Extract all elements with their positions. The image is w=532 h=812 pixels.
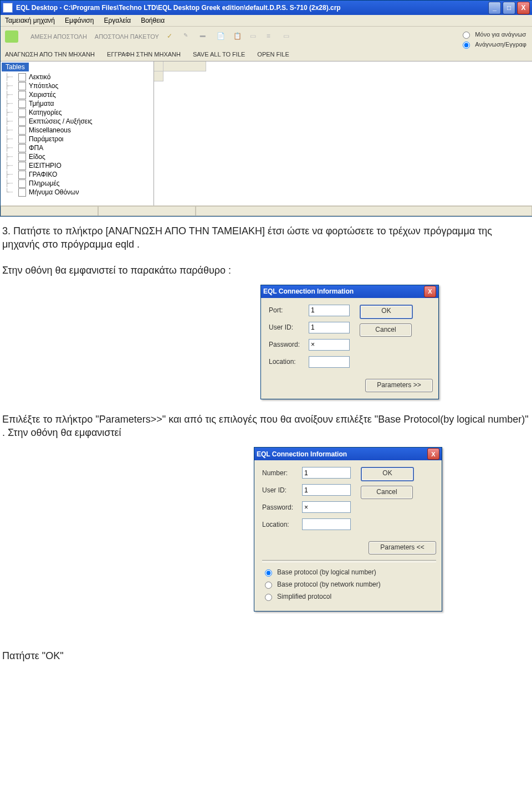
user-id-input[interactable] [302, 484, 351, 496]
doc-icon [18, 144, 26, 152]
maximize-button[interactable]: □ [503, 2, 515, 14]
radio-simplified[interactable] [265, 594, 272, 601]
toolbar-icon-8[interactable]: ▭ [283, 32, 292, 41]
doc-icon [18, 135, 26, 143]
connection-dialog-1: EQL Connection Information X Port: User … [260, 285, 439, 399]
window-title: EQL Desktop - C:\Program Files\Techno LT… [16, 4, 488, 12]
tree-item[interactable]: ├┈Υπότιτλος [2, 81, 152, 90]
location-label: Location: [269, 358, 309, 366]
toolbar-send-immediate[interactable]: ΑΜΕΣΗ ΑΠΟΣΤΟΛΗ [30, 33, 87, 40]
toolbar-open-file[interactable]: OPEN FILE [257, 51, 289, 58]
cancel-button[interactable]: Cancel [360, 323, 412, 337]
tree-item[interactable]: ├┈Είδος [2, 152, 152, 161]
statusbar-cell [1, 206, 98, 216]
menu-tools[interactable]: Εργαλεία [103, 16, 132, 25]
radio-read-write[interactable] [463, 42, 470, 49]
eql-desktop-window: EQL Desktop - C:\Program Files\Techno LT… [0, 0, 532, 217]
close-button[interactable]: X [517, 2, 530, 14]
toolbar-icon-7[interactable]: ≡ [267, 32, 275, 41]
password-input[interactable] [302, 501, 351, 513]
grid-col-header[interactable] [163, 61, 206, 71]
window-controls: _ □ X [488, 2, 530, 14]
logo-icon [5, 30, 18, 43]
doc-icon [18, 126, 26, 135]
number-input[interactable] [302, 467, 351, 479]
radio-base-logical-label: Base protocol (by logical number) [277, 568, 376, 576]
content-area: Tables ├┈Λεκτικό ├┈Υπότιτλος ├┈Χειριστές… [1, 61, 532, 205]
password-input[interactable] [309, 339, 350, 351]
grid-row-header[interactable] [154, 71, 163, 81]
toolbar-icon-1[interactable]: ✓ [167, 32, 176, 41]
doc-icon [18, 153, 26, 161]
titlebar: EQL Desktop - C:\Program Files\Techno LT… [1, 1, 532, 15]
dialog-close-button[interactable]: X [424, 286, 436, 297]
minimize-button[interactable]: _ [488, 2, 501, 14]
password-label: Password: [269, 341, 309, 348]
tree-item[interactable]: ├┈Miscellaneous [2, 126, 152, 135]
password-label: Password: [262, 503, 302, 511]
tree-item[interactable]: ├┈ΕΙΣΙΤΗΡΙΟ [2, 161, 152, 170]
protocol-radio-group: Base protocol (by logical number) Base p… [262, 568, 436, 601]
cancel-button[interactable]: Cancel [361, 486, 413, 499]
statusbar-cell [98, 206, 196, 216]
dialog-title: EQL Connection Information [263, 287, 354, 295]
radio-read-write-label: Ανάγνωση/Εγγραφ [475, 41, 526, 48]
tree-root-tables[interactable]: Tables [2, 63, 29, 71]
read-mode-radio-group: Μόνο για ανάγνωσ Ανάγνωση/Εγγραφ [460, 29, 526, 50]
menu-view[interactable]: Εμφάνιση [64, 16, 95, 25]
ok-button[interactable]: OK [360, 305, 413, 319]
toolbar-send-packet[interactable]: ΑΠΟΣΤΟΛΗ ΠΑΚΕΤΟΥ [95, 33, 159, 40]
dialog-titlebar: EQL Connection Information X [254, 448, 442, 460]
dialog-close-button[interactable]: X [427, 448, 439, 460]
doc-icon [18, 100, 26, 108]
statusbar-cell [196, 206, 532, 216]
toolbar-icon-3[interactable]: ▬ [200, 32, 209, 41]
ok-button[interactable]: OK [361, 467, 414, 481]
toolbar-copy-icon[interactable]: 📄 [217, 32, 226, 41]
tree-item[interactable]: ├┈Εκπτώσεις / Αυξήσεις [2, 117, 152, 126]
tree-item[interactable]: └┈Μήνυμα Οθόνων [2, 188, 152, 197]
port-label: Port: [269, 306, 309, 314]
parameters-collapse-button[interactable]: Parameters << [369, 541, 436, 554]
menu-cash-register[interactable]: Ταμειακή μηχανή [4, 16, 56, 25]
tree-item[interactable]: ├┈ΓΡΑΦΙΚΟ [2, 170, 152, 179]
toolbar-read-from-machine[interactable]: ΑΝΑΓΝΩΣΗ ΑΠΟ ΤΗΝ ΜΗΧΑΝΗ [5, 51, 95, 58]
tree-item[interactable]: ├┈Κατηγορίες [2, 108, 152, 117]
tree-item[interactable]: ├┈Παράμετροι [2, 135, 152, 143]
doc-icon [18, 82, 26, 90]
port-input[interactable] [309, 305, 350, 316]
location-label: Location: [262, 521, 302, 528]
tree-item[interactable]: ├┈Τμήματα [2, 99, 152, 108]
location-input[interactable] [302, 518, 351, 530]
parameters-button[interactable]: Parameters >> [365, 379, 433, 392]
tree-item[interactable]: ├┈Χειριστές [2, 90, 152, 99]
tree-panel: Tables ├┈Λεκτικό ├┈Υπότιτλος ├┈Χειριστές… [1, 61, 154, 205]
toolbar-write-to-machine[interactable]: ΕΓΓΡΑΦΗ ΣΤΗΝ ΜΗΧΑΝΗ [107, 51, 181, 58]
tree-item[interactable]: ├┈Λεκτικό [2, 73, 152, 81]
doc-icon [18, 91, 26, 99]
radio-base-network-label: Base protocol (by network number) [277, 580, 381, 588]
tree-item[interactable]: ├┈Πληρωμές [2, 179, 152, 188]
radio-base-network[interactable] [265, 582, 272, 589]
toolbar-icon-2[interactable]: ✎ [183, 32, 192, 41]
paragraph-select-parameters: Επιλέξτε το πλήκτρο "Parameters>>" και α… [0, 405, 532, 444]
toolbar-paste-icon[interactable]: 📋 [233, 32, 242, 41]
doc-icon [18, 179, 26, 188]
connection-dialog-2: EQL Connection Information X Number: Use… [254, 447, 442, 611]
radio-simplified-label: Simplified protocol [277, 593, 331, 600]
paragraph-step3: 3. Πατήστε το πλήκτρο [ΑΝΑΓΝΩΣΗ ΑΠΟ ΤΗΝ … [0, 217, 532, 256]
toolbar-save-all[interactable]: SAVE ALL TO FILE [193, 51, 245, 58]
location-input[interactable] [309, 356, 350, 368]
radio-base-logical[interactable] [265, 569, 272, 577]
radio-read-only-label: Μόνο για ανάγνωσ [475, 31, 526, 38]
statusbar [1, 205, 532, 216]
toolbar-icon-6[interactable]: ▭ [250, 32, 259, 41]
paragraph-press-ok: Πατήστε "OK" [0, 617, 532, 667]
user-id-input[interactable] [309, 322, 350, 333]
doc-icon [18, 117, 26, 126]
radio-read-only[interactable] [463, 32, 470, 39]
menu-help[interactable]: Βοήθεια [140, 16, 166, 25]
grid-panel [154, 61, 532, 205]
dialog-titlebar: EQL Connection Information X [261, 285, 438, 298]
tree-item[interactable]: ├┈ΦΠΑ [2, 143, 152, 152]
